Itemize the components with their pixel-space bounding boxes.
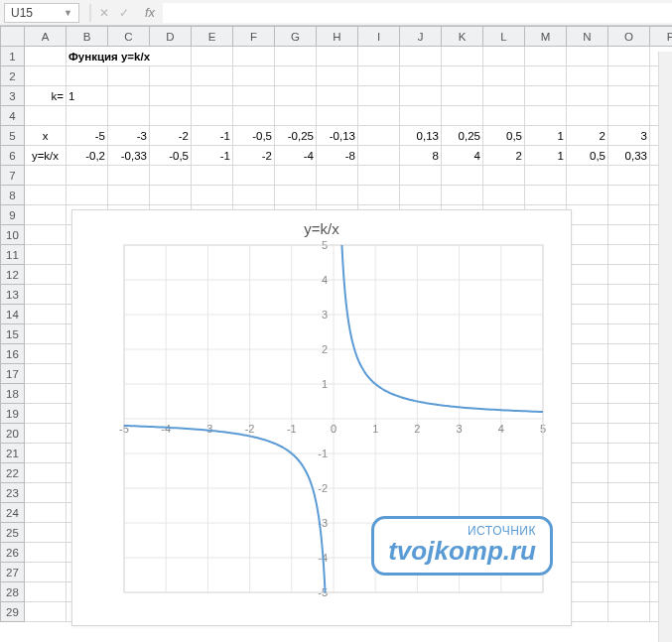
col-header[interactable]: J: [400, 27, 442, 47]
cell[interactable]: 0,5: [567, 146, 608, 166]
row-header[interactable]: 1: [1, 47, 25, 66]
cell[interactable]: [483, 66, 525, 86]
cell[interactable]: 2: [567, 126, 608, 146]
cell[interactable]: [275, 86, 317, 106]
cell[interactable]: [400, 86, 442, 106]
cell[interactable]: [25, 424, 67, 444]
cell[interactable]: [192, 186, 233, 205]
row-header[interactable]: 6: [1, 146, 25, 166]
cell[interactable]: [233, 166, 275, 186]
cell[interactable]: [442, 66, 483, 86]
cell[interactable]: -0,25: [275, 126, 317, 146]
cell[interactable]: [567, 503, 608, 523]
cell[interactable]: [150, 166, 192, 186]
cell[interactable]: [25, 106, 67, 126]
cell[interactable]: [233, 66, 275, 86]
cell[interactable]: -2: [233, 146, 275, 166]
cell[interactable]: [192, 86, 233, 106]
cell[interactable]: -0,2: [67, 146, 108, 166]
cell[interactable]: -4: [275, 146, 317, 166]
cell[interactable]: [150, 106, 192, 126]
cell[interactable]: [567, 324, 608, 344]
cell[interactable]: [25, 305, 67, 324]
cell[interactable]: 1: [525, 126, 567, 146]
cell[interactable]: [567, 424, 608, 444]
row-header[interactable]: 25: [1, 523, 25, 543]
cell[interactable]: [608, 364, 650, 384]
cell[interactable]: [442, 86, 483, 106]
cell[interactable]: [25, 245, 67, 265]
cell[interactable]: [483, 86, 525, 106]
cell[interactable]: [358, 47, 400, 66]
col-header[interactable]: F: [233, 27, 275, 47]
row-header[interactable]: 19: [1, 404, 25, 424]
name-box[interactable]: U15 ▼: [4, 3, 79, 23]
cell[interactable]: 3: [608, 126, 650, 146]
cell[interactable]: [442, 47, 483, 66]
col-header[interactable]: D: [150, 27, 192, 47]
worksheet[interactable]: A B C D E F G H I J K L M N O P 1Функция…: [0, 26, 672, 642]
row-header[interactable]: 26: [1, 543, 25, 563]
row-header[interactable]: 9: [1, 205, 25, 225]
cell[interactable]: 0,33: [608, 146, 650, 166]
cell[interactable]: [442, 166, 483, 186]
cell[interactable]: [275, 106, 317, 126]
cell[interactable]: [567, 404, 608, 424]
cell[interactable]: [567, 66, 608, 86]
cell[interactable]: [150, 86, 192, 106]
cell[interactable]: [108, 66, 150, 86]
col-header[interactable]: A: [25, 27, 67, 47]
cell[interactable]: 4: [442, 146, 483, 166]
cell[interactable]: [567, 225, 608, 245]
confirm-icon[interactable]: ✓: [119, 6, 129, 20]
cell[interactable]: 1: [67, 86, 108, 106]
cell[interactable]: [25, 285, 67, 305]
vertical-scrollbar[interactable]: [658, 52, 672, 642]
cell[interactable]: [608, 483, 650, 503]
row-header[interactable]: 27: [1, 563, 25, 582]
cell[interactable]: [608, 444, 650, 463]
cell[interactable]: [67, 106, 108, 126]
cell[interactable]: [67, 66, 108, 86]
cell[interactable]: -3: [108, 126, 150, 146]
cell[interactable]: [150, 186, 192, 205]
cell[interactable]: [358, 86, 400, 106]
cell[interactable]: [108, 106, 150, 126]
row-header[interactable]: 21: [1, 444, 25, 463]
cell[interactable]: [525, 106, 567, 126]
cell[interactable]: [567, 483, 608, 503]
row-header[interactable]: 29: [1, 602, 25, 622]
cell[interactable]: -0,33: [108, 146, 150, 166]
cell[interactable]: [25, 483, 67, 503]
cell[interactable]: [525, 66, 567, 86]
cell[interactable]: [608, 86, 650, 106]
cell[interactable]: [400, 47, 442, 66]
cell[interactable]: [483, 166, 525, 186]
cell[interactable]: [567, 86, 608, 106]
cell[interactable]: [25, 602, 67, 622]
cell[interactable]: [608, 602, 650, 622]
cell[interactable]: [67, 166, 108, 186]
row-header[interactable]: 12: [1, 265, 25, 285]
cell[interactable]: [567, 384, 608, 404]
cell[interactable]: [442, 186, 483, 205]
cell[interactable]: [25, 523, 67, 543]
cell[interactable]: [567, 166, 608, 186]
cell[interactable]: [358, 146, 400, 166]
cell[interactable]: [567, 305, 608, 324]
cell[interactable]: 2: [483, 146, 525, 166]
cell[interactable]: x: [25, 126, 67, 146]
cell[interactable]: [567, 582, 608, 602]
cell[interactable]: [608, 166, 650, 186]
cell[interactable]: [317, 186, 358, 205]
cell[interactable]: [317, 86, 358, 106]
cell[interactable]: [608, 523, 650, 543]
cell[interactable]: [525, 47, 567, 66]
row-header[interactable]: 18: [1, 384, 25, 404]
cell[interactable]: [25, 582, 67, 602]
row-header[interactable]: 14: [1, 305, 25, 324]
row-header[interactable]: 10: [1, 225, 25, 245]
cell[interactable]: [608, 404, 650, 424]
cell[interactable]: [317, 47, 358, 66]
row-header[interactable]: 16: [1, 344, 25, 364]
